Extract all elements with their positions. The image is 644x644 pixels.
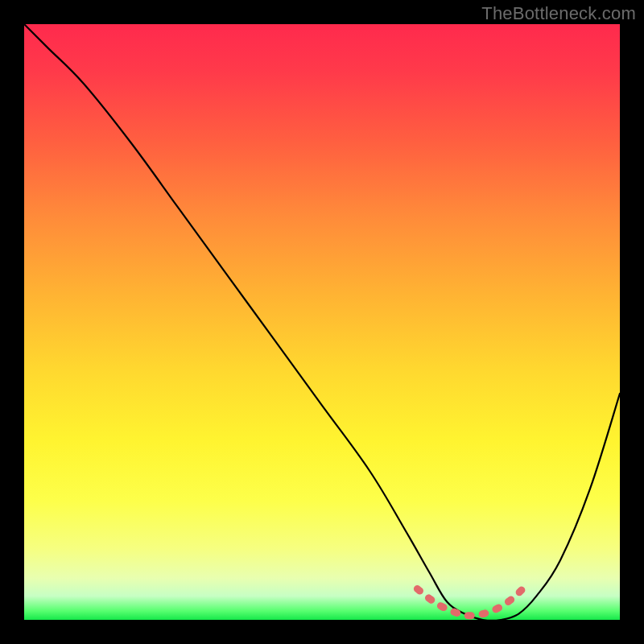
curve-svg: [24, 24, 620, 620]
watermark-text: TheBottleneck.com: [481, 3, 636, 24]
bottleneck-curve: [24, 24, 620, 620]
chart-frame: TheBottleneck.com: [0, 0, 644, 644]
plot-area: [24, 24, 620, 620]
sweet-spot-marker: [417, 589, 522, 616]
